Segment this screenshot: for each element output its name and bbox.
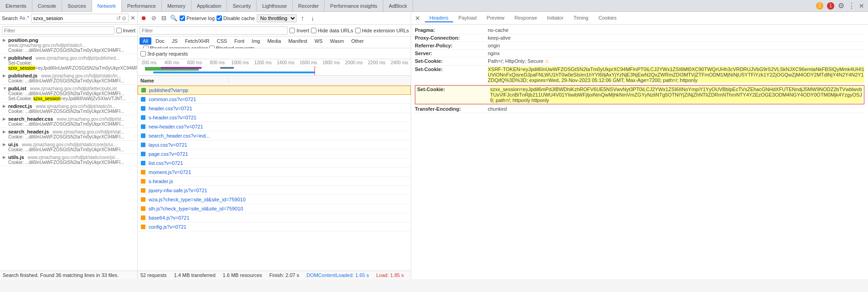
invert-filter-checkbox[interactable] [289, 28, 295, 33]
settings-icon[interactable]: ⚙ [838, 1, 844, 10]
invert-filter-label[interactable]: Invert [289, 28, 309, 33]
req-color-indicator [141, 88, 146, 92]
req-color-indicator [141, 225, 145, 229]
request-item[interactable]: layui.css?v=0721 [138, 140, 411, 149]
third-party-checkbox[interactable] [140, 51, 146, 56]
filter-doc[interactable]: Doc [152, 37, 168, 45]
filter-fetch-xhr[interactable]: Fetch/XHR [182, 37, 213, 45]
clear-search-icon[interactable]: ⊘ [122, 15, 126, 21]
tab-performance-insights[interactable]: Performance insights [325, 0, 383, 12]
preserve-log-checkbox[interactable] [180, 15, 185, 21]
record-button[interactable]: ⏺ [140, 14, 148, 22]
disable-cache-label[interactable]: Disable cache [217, 15, 255, 21]
item-url-inline: www.zjmazhang.gov.cn/hdjlpt/stat... [52, 129, 124, 134]
throttle-select[interactable]: No throttling [257, 14, 297, 22]
aa-toggle[interactable]: Aa [20, 15, 25, 20]
timeline-bars [140, 66, 409, 75]
list-item[interactable]: ▼ pubList www.zjmazhang.gov.cn/hdjlpt/le… [0, 85, 137, 102]
filter-media[interactable]: Media [264, 37, 284, 45]
item-url-inline: www.zjmazhang.gov.cn/hdjlpt/published... [36, 56, 119, 61]
item-name: search_header.js [8, 129, 49, 134]
request-item[interactable]: header.css?v=0721 [138, 104, 411, 113]
request-item[interactable]: slh.js?check_type=site_id&site_id=759010 [138, 204, 411, 213]
tab-payload[interactable]: Payload [454, 14, 481, 22]
tab-console[interactable]: Console [32, 0, 62, 12]
filter-font[interactable]: Font [231, 37, 248, 45]
refresh-search-icon[interactable]: ↺ [116, 15, 121, 21]
request-item[interactable]: list.css?v=0721 [138, 159, 411, 168]
hide-ext-urls-checkbox[interactable] [355, 28, 361, 33]
search-button[interactable]: 🔍 [170, 14, 178, 22]
list-item[interactable]: ▶ published.js www.zjmazhang.gov.cn/hdjl… [0, 72, 137, 85]
filter-button[interactable]: ⊟ [160, 14, 168, 22]
request-item[interactable]: config.js?v=0721 [138, 222, 411, 231]
request-item[interactable]: s-header.js [138, 177, 411, 186]
tab-cookies[interactable]: Cookies [594, 14, 621, 22]
hide-data-urls-label[interactable]: Hide data URLs [311, 28, 353, 33]
tab-network[interactable]: Network [92, 0, 122, 12]
hide-ext-urls-label[interactable]: Hide extension URLs [355, 28, 409, 33]
upload-icon[interactable]: ↑ [299, 14, 307, 22]
tab-performance[interactable]: Performance [122, 0, 162, 12]
filter-all[interactable]: All [140, 37, 151, 45]
tab-application[interactable]: Application [191, 0, 227, 12]
search-input[interactable] [33, 15, 116, 21]
list-item[interactable]: ▶ search_header.css www.zjmazhang.gov.cn… [0, 115, 137, 128]
tab-headers[interactable]: Headers [425, 14, 453, 22]
request-item[interactable]: published?via=pp [138, 86, 411, 95]
filter-other[interactable]: Other [348, 37, 367, 45]
request-item[interactable]: search_header.css?v=ind... [138, 131, 411, 140]
tab-adblock[interactable]: AdBlock [383, 0, 413, 12]
list-item[interactable]: ▶ ui.js www.zjmazhang.gov.cn/hdjlpt/stat… [0, 141, 137, 154]
tab-memory[interactable]: Memory [162, 0, 191, 12]
search-label: Search [2, 15, 18, 21]
hide-data-urls-checkbox[interactable] [311, 28, 316, 33]
request-item[interactable]: wza.js?check_type=site_id&site_id=759010 [138, 195, 411, 204]
request-item[interactable]: base64.js?v=0721 [138, 213, 411, 222]
req-color-indicator [141, 152, 145, 156]
request-item[interactable]: jquery-nfw-safe.js?v=0721 [138, 186, 411, 195]
regex-toggle[interactable]: .* [26, 15, 29, 20]
request-item[interactable]: moment.js?v=0721 [138, 168, 411, 177]
filter-css[interactable]: CSS [213, 37, 230, 45]
close-search-icon[interactable]: ✕ [130, 15, 135, 21]
tab-recorder[interactable]: Recorder [293, 0, 325, 12]
close-devtools-icon[interactable]: ✕ [859, 2, 864, 10]
tab-timing[interactable]: Timing [569, 14, 593, 22]
close-right-panel-button[interactable]: ✕ [413, 15, 422, 22]
preserve-log-label[interactable]: Preserve log [180, 15, 215, 21]
more-icon[interactable]: ⋮ [848, 1, 855, 10]
request-item[interactable]: common.css?v=0721 [138, 95, 411, 104]
filter-manifest[interactable]: Manifest [285, 37, 310, 45]
request-item[interactable]: s-header.css?v=0721 [138, 113, 411, 122]
tab-initiator[interactable]: Initiator [542, 14, 568, 22]
request-item[interactable]: page.css?v=0721 [138, 149, 411, 159]
tab-lighthouse[interactable]: Lighthouse [257, 0, 293, 12]
list-item[interactable]: ▶ search_header.js www.zjmazhang.gov.cn/… [0, 128, 137, 141]
filter-js[interactable]: JS [169, 37, 181, 45]
item-url-inline: www.zjmazhang.gov.cn/hdjlpt/static/core/… [28, 155, 119, 160]
invert-checkbox[interactable] [116, 28, 122, 33]
req-color-indicator [141, 106, 145, 111]
filter-input[interactable] [2, 26, 114, 35]
disable-cache-checkbox[interactable] [217, 15, 222, 21]
list-item[interactable]: ▼ published www.zjmazhang.gov.cn/hdjlpt/… [0, 54, 137, 72]
list-item[interactable]: ▶ redirect.js www.sjmazhang.gov.cn/hdjlp… [0, 102, 137, 115]
tab-response[interactable]: Response [510, 14, 542, 22]
request-item[interactable]: new-header.css?v=0721 [138, 122, 411, 131]
filter-img[interactable]: Img [248, 37, 263, 45]
filter-ws[interactable]: WS [311, 37, 326, 45]
filter-wasm[interactable]: Wasm [327, 37, 347, 45]
tab-sources[interactable]: Sources [62, 0, 92, 12]
third-party-label[interactable]: 3rd-party requests [140, 51, 188, 56]
tab-security[interactable]: Security [227, 0, 257, 12]
download-icon[interactable]: ↓ [309, 14, 317, 22]
list-item[interactable]: ▶ position.png www.zjmazhang.gov.cn/hdjl… [0, 36, 137, 54]
list-item[interactable]: ▶ utils.js www.zjmazhang.gov.cn/hdjlpt/s… [0, 154, 137, 166]
invert-checkbox-label[interactable]: Invert [116, 28, 135, 33]
left-status: Search finished. Found 36 matching lines… [0, 271, 137, 279]
tab-elements[interactable]: Elements [0, 0, 32, 12]
tab-preview[interactable]: Preview [482, 14, 509, 22]
network-filter-input[interactable] [140, 26, 288, 35]
stop-button[interactable]: ⊘ [150, 14, 158, 22]
